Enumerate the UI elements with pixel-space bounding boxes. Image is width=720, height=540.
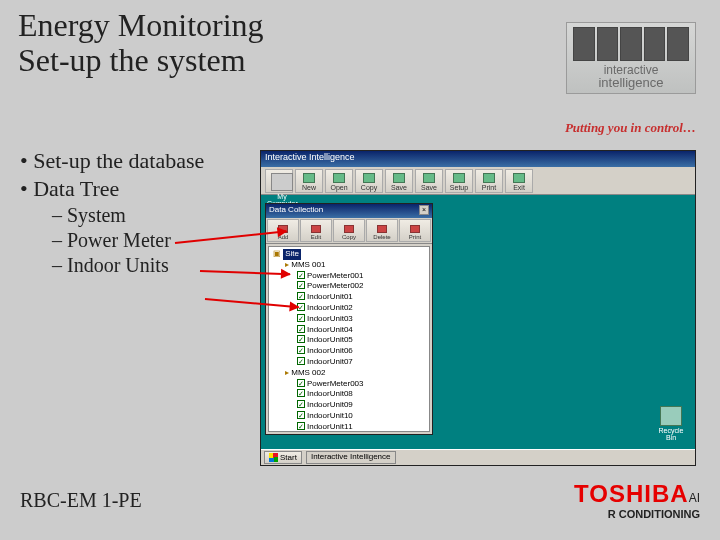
tree-leaf[interactable]: ✓IndoorUnit08 xyxy=(273,389,425,400)
logo-text-2: intelligence xyxy=(598,76,663,89)
toolbar-btn[interactable]: Save xyxy=(385,169,413,193)
brand-name: TOSHIBA xyxy=(574,480,689,507)
sub-bullet-1: System xyxy=(52,204,204,227)
desktop-my-computer[interactable]: My Computer xyxy=(267,173,297,207)
brand-suffix: AI xyxy=(689,491,700,505)
embedded-screenshot: Interactive Intelligence Add New Open Co… xyxy=(260,150,696,466)
tree-leaf[interactable]: ✓IndoorUnit04 xyxy=(273,325,425,336)
tree-leaf[interactable]: ✓IndoorUnit11 xyxy=(273,422,425,432)
tree-leaf[interactable]: ✓IndoorUnit03 xyxy=(273,314,425,325)
toolbar-btn[interactable]: Save xyxy=(415,169,443,193)
title-line-1: Energy Monitoring xyxy=(18,8,264,43)
close-icon[interactable]: × xyxy=(419,205,429,215)
title-line-2: Set-up the system xyxy=(18,43,264,78)
start-button[interactable]: Start xyxy=(264,451,302,464)
taskbar-app[interactable]: Interactive Intelligence xyxy=(306,451,396,464)
tree-leaf[interactable]: ✓IndoorUnit09 xyxy=(273,400,425,411)
data-tree[interactable]: ▣ Site ▸ MMS 001 ✓PowerMeter001 ✓PowerMe… xyxy=(268,246,430,432)
tree-system[interactable]: ▸ MMS 001 xyxy=(273,260,425,271)
tree-leaf[interactable]: ✓IndoorUnit05 xyxy=(273,335,425,346)
brand-subline: R CONDITIONING xyxy=(574,508,700,520)
tree-system[interactable]: ▸ MMS 002 xyxy=(273,368,425,379)
toolbar-btn[interactable]: Open xyxy=(325,169,353,193)
tree-root[interactable]: ▣ Site xyxy=(273,249,425,260)
bullet-list: Set-up the database Data Tree System Pow… xyxy=(20,148,204,277)
model-number: RBC-EM 1-PE xyxy=(20,489,142,512)
toolbar-btn[interactable]: Copy xyxy=(355,169,383,193)
toolbar-btn[interactable]: New xyxy=(295,169,323,193)
brand-logo: interactive intelligence xyxy=(566,22,696,94)
tree-leaf[interactable]: ✓PowerMeter001 xyxy=(273,271,425,282)
tree-leaf[interactable]: ✓IndoorUnit10 xyxy=(273,411,425,422)
app-toolbar: Add New Open Copy Save Save Setup Print … xyxy=(261,167,695,195)
tree-leaf[interactable]: ✓IndoorUnit07 xyxy=(273,357,425,368)
window-toolbar: Add Edit Copy Delete Print xyxy=(266,218,432,244)
win-tool-btn[interactable]: Copy xyxy=(333,219,365,242)
logo-graphic xyxy=(573,27,689,61)
toolbar-btn[interactable]: Setup xyxy=(445,169,473,193)
tree-leaf[interactable]: ✓PowerMeter003 xyxy=(273,379,425,390)
win-tool-btn[interactable]: Edit xyxy=(300,219,332,242)
app-titlebar: Interactive Intelligence xyxy=(261,151,695,167)
tree-leaf[interactable]: ✓IndoorUnit06 xyxy=(273,346,425,357)
bullet-1: Set-up the database xyxy=(20,148,204,174)
taskbar: Start Interactive Intelligence xyxy=(261,449,695,465)
recycle-icon xyxy=(660,406,682,426)
win-tool-btn[interactable]: Print xyxy=(399,219,431,242)
bullet-2: Data Tree xyxy=(20,176,204,202)
toolbar-btn[interactable]: Exit xyxy=(505,169,533,193)
toolbar-btn[interactable]: Print xyxy=(475,169,503,193)
win-tool-btn[interactable]: Delete xyxy=(366,219,398,242)
window-titlebar: Data Collection × xyxy=(266,204,432,218)
windows-icon xyxy=(269,453,278,462)
tree-leaf[interactable]: ✓PowerMeter002 xyxy=(273,281,425,292)
brand-footer: TOSHIBAAI R CONDITIONING xyxy=(574,480,700,520)
tagline: Putting you in control… xyxy=(565,120,696,136)
sub-bullet-3: Indoor Units xyxy=(52,254,204,277)
desktop-recycle-bin[interactable]: Recycle Bin xyxy=(655,406,687,441)
data-collection-window: Data Collection × Add Edit Copy Delete P… xyxy=(265,203,433,435)
slide-title: Energy Monitoring Set-up the system xyxy=(18,8,264,78)
computer-icon xyxy=(271,173,293,191)
